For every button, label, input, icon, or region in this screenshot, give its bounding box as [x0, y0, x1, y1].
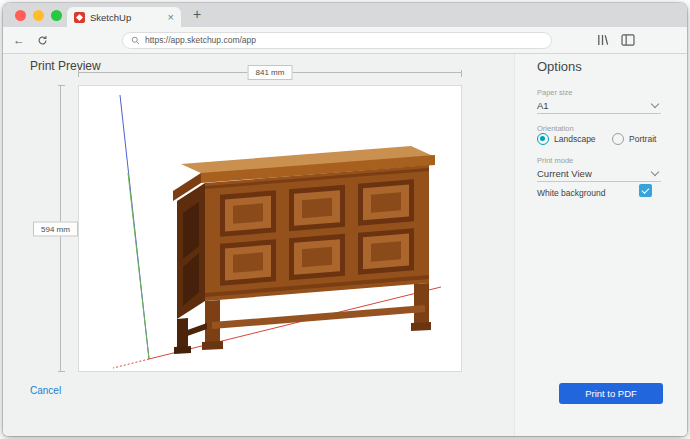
paper-preview	[78, 85, 462, 372]
print-preview-page: Print Preview 841 mm 594 mm	[3, 54, 687, 436]
orientation-portrait-radio[interactable]: Portrait	[612, 133, 656, 145]
browser-tab[interactable]: SketchUp ×	[67, 7, 181, 27]
window-minimize-button[interactable]	[33, 10, 44, 21]
window-zoom-button[interactable]	[51, 10, 62, 21]
url-text: https://app.sketchup.com/app	[145, 35, 256, 45]
browser-toolbar: ← https://app.sketchup.com/app	[3, 27, 687, 54]
height-dimension-line: 594 mm	[60, 85, 61, 372]
paper-size-label: Paper size	[537, 88, 572, 97]
height-dimension-label: 594 mm	[33, 221, 78, 236]
refresh-icon	[37, 35, 48, 46]
orientation-label: Orientation	[537, 124, 574, 133]
browser-window: SketchUp × + ← https://app.sketchup.com/…	[3, 3, 687, 436]
width-dimension-line: 841 mm	[78, 72, 462, 73]
tab-title: SketchUp	[90, 12, 163, 23]
print-mode-select[interactable]: Current View	[537, 165, 661, 182]
cabinet-model	[173, 146, 435, 354]
chevron-down-icon	[651, 100, 659, 108]
options-title: Options	[537, 59, 582, 74]
paper-size-select[interactable]: A1	[537, 97, 661, 114]
cancel-button[interactable]: Cancel	[30, 385, 61, 396]
width-dimension-label: 841 mm	[248, 65, 293, 80]
window-close-button[interactable]	[15, 10, 26, 21]
new-tab-button[interactable]: +	[193, 7, 201, 23]
options-panel: Options Paper size A1 Orientation Landsc…	[514, 54, 687, 436]
library-icon[interactable]	[596, 34, 609, 46]
refresh-button[interactable]	[37, 35, 48, 46]
sidebar-icon[interactable]	[621, 34, 635, 46]
tab-close-icon[interactable]: ×	[168, 12, 174, 23]
print-mode-value: Current View	[537, 168, 592, 179]
url-bar[interactable]: https://app.sketchup.com/app	[122, 32, 552, 49]
chevron-down-icon	[651, 168, 659, 176]
radio-selected-icon	[537, 133, 549, 145]
radio-unselected-icon	[612, 133, 624, 145]
browser-tab-bar: SketchUp × +	[3, 3, 687, 27]
red-axis-negative	[113, 359, 149, 368]
toolbar-right-icons	[596, 34, 635, 46]
model-preview	[79, 86, 463, 373]
print-to-pdf-button[interactable]: Print to PDF	[559, 383, 663, 404]
search-icon	[131, 36, 140, 45]
green-axis	[128, 173, 149, 359]
white-background-checkbox[interactable]	[639, 184, 652, 197]
portrait-radio-label: Portrait	[629, 134, 656, 144]
landscape-radio-label: Landscape	[554, 134, 596, 144]
sketchup-favicon-icon	[74, 12, 85, 23]
print-mode-label: Print mode	[537, 156, 573, 165]
page-title: Print Preview	[30, 59, 101, 73]
white-background-label: White background	[537, 188, 606, 198]
paper-size-value: A1	[537, 100, 549, 111]
orientation-landscape-radio[interactable]: Landscape	[537, 133, 596, 145]
window-controls	[15, 10, 62, 21]
back-button[interactable]: ←	[13, 33, 25, 47]
